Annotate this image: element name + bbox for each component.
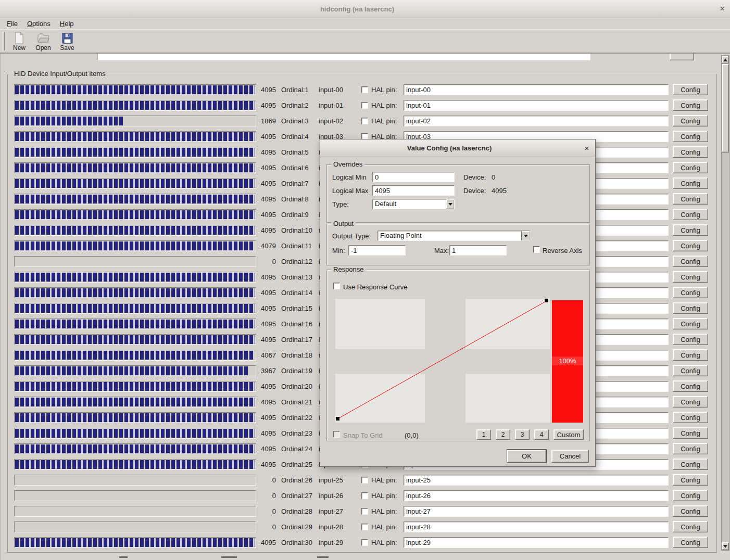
preset-button-4[interactable]: 4	[534, 429, 549, 440]
config-button[interactable]: Config	[673, 287, 708, 298]
value-bar	[14, 240, 256, 251]
output-type-dropdown[interactable]: Floating Point	[377, 231, 530, 241]
scrollbar-down-button[interactable]	[722, 542, 729, 550]
config-button[interactable]: Config	[673, 412, 708, 423]
row-value: 4095	[256, 336, 276, 343]
ok-button[interactable]: OK	[507, 450, 546, 463]
value-bar	[14, 225, 256, 236]
config-button[interactable]: Config	[673, 443, 708, 454]
value-bar	[14, 84, 256, 95]
config-button[interactable]: Config	[673, 459, 708, 470]
config-button[interactable]: Config	[673, 146, 708, 158]
config-button[interactable]: Config	[673, 537, 708, 548]
preset-button-3[interactable]: 3	[515, 429, 530, 440]
config-button[interactable]: Config	[673, 318, 708, 329]
value-config-dialog: Value Config (на lasercnc) × Overrides L…	[320, 139, 596, 467]
config-button[interactable]: Config	[673, 131, 708, 142]
row-ordinal: Ordinal:6	[281, 164, 319, 172]
hal-pin-entry[interactable]	[404, 116, 669, 126]
scrollbar-up-button[interactable]	[722, 56, 729, 63]
scrollbar-thumb[interactable]	[722, 64, 729, 152]
config-button[interactable]: Config	[673, 365, 708, 376]
value-bar	[14, 350, 256, 361]
use-response-curve-checkbox[interactable]	[333, 283, 340, 289]
config-button[interactable]: Config	[673, 209, 708, 220]
hal-pin-checkbox[interactable]	[361, 118, 368, 124]
toolbar-button-save[interactable]: Save	[55, 30, 79, 52]
config-button[interactable]: Config	[673, 271, 708, 283]
logical-max-input[interactable]	[372, 185, 455, 196]
output-min-input[interactable]	[348, 245, 406, 256]
row-ordinal: Ordinal:2	[281, 101, 319, 109]
toolbar-button-new[interactable]: New	[7, 30, 31, 52]
config-button[interactable]: Config	[673, 115, 708, 126]
window-close-button[interactable]: ×	[714, 4, 730, 14]
custom-button[interactable]: Custom	[553, 429, 584, 440]
config-button[interactable]: Config	[673, 396, 708, 408]
preset-button-1[interactable]: 1	[476, 429, 491, 440]
value-bar-fill	[15, 398, 255, 406]
hal-pin-checkbox[interactable]	[361, 508, 368, 515]
hal-pin-entry[interactable]	[404, 521, 669, 532]
config-button[interactable]: Config	[673, 224, 708, 236]
cancel-button[interactable]: Cancel	[551, 450, 589, 463]
hal-pin-entry[interactable]	[404, 490, 669, 501]
value-bar-fill	[15, 351, 254, 360]
config-button[interactable]: Config	[673, 427, 708, 439]
config-button[interactable]: Config	[673, 240, 708, 251]
output-max-input[interactable]	[449, 245, 507, 256]
toolbar-button-open[interactable]: Open	[31, 30, 55, 52]
config-button[interactable]: Config	[673, 490, 708, 501]
config-button[interactable]: Config	[673, 349, 708, 361]
response-curve-graph[interactable]	[334, 299, 550, 423]
io-row: 0 Ordinal:26 input-25 HAL pin: Config	[14, 472, 712, 488]
config-button[interactable]: Config	[673, 521, 708, 532]
row-ordinal: Ordinal:21	[281, 398, 319, 406]
config-button[interactable]: Config	[673, 177, 708, 189]
config-button[interactable]: Config	[673, 302, 708, 314]
config-button[interactable]: Config	[673, 505, 708, 517]
config-button[interactable]: Config	[673, 193, 708, 205]
row-value: 4095	[256, 148, 276, 156]
row-value: 3967	[256, 367, 276, 375]
hal-pin-checkbox[interactable]	[361, 524, 368, 530]
hal-pin-checkbox[interactable]	[361, 492, 368, 499]
logical-min-input[interactable]	[372, 172, 455, 182]
menu-item-options[interactable]: Options	[22, 18, 55, 29]
hal-pin-checkbox[interactable]	[361, 477, 368, 483]
toolbar-grip	[3, 32, 5, 50]
preset-button-2[interactable]: 2	[496, 429, 510, 440]
config-button[interactable]: Config	[673, 474, 708, 486]
dialog-close-button[interactable]: ×	[578, 144, 595, 152]
hal-pin-checkbox[interactable]	[361, 539, 368, 546]
config-button[interactable]: Config	[673, 99, 708, 111]
hal-pin-entry[interactable]	[404, 100, 669, 111]
row-value: 4095	[256, 195, 276, 203]
hal-pin-entry[interactable]	[404, 84, 669, 95]
hal-pin-checkbox[interactable]	[361, 102, 368, 109]
row-ordinal: Ordinal:30	[281, 539, 319, 546]
config-button[interactable]: Config	[673, 256, 708, 267]
hal-pin-entry[interactable]	[404, 506, 669, 517]
menu-item-file[interactable]: File	[2, 18, 22, 29]
hal-pin-checkbox[interactable]	[361, 86, 368, 93]
menu-item-help[interactable]: Help	[55, 18, 79, 29]
row-value: 4095	[256, 383, 276, 390]
response-level-percent: 100%	[552, 357, 583, 365]
hal-pin-label: HAL pin:	[371, 101, 398, 109]
config-button[interactable]: Config	[673, 84, 708, 95]
logical-min-label: Logical Min	[332, 173, 367, 181]
vertical-scrollbar[interactable]	[721, 55, 729, 551]
row-ordinal: Ordinal:3	[281, 117, 319, 125]
type-dropdown[interactable]: Default	[372, 199, 455, 209]
hal-pin-entry[interactable]	[404, 537, 669, 548]
row-ordinal: Ordinal:20	[281, 383, 319, 390]
output-type-dropdown-value: Floating Point	[378, 231, 521, 240]
reverse-axis-checkbox[interactable]	[533, 246, 540, 253]
config-button[interactable]: Config	[673, 334, 708, 345]
hal-pin-entry[interactable]	[404, 475, 669, 486]
config-button[interactable]: Config	[673, 380, 708, 392]
value-bar	[14, 131, 256, 142]
config-button[interactable]: Config	[673, 162, 708, 173]
row-ordinal: Ordinal:25	[281, 461, 319, 468]
